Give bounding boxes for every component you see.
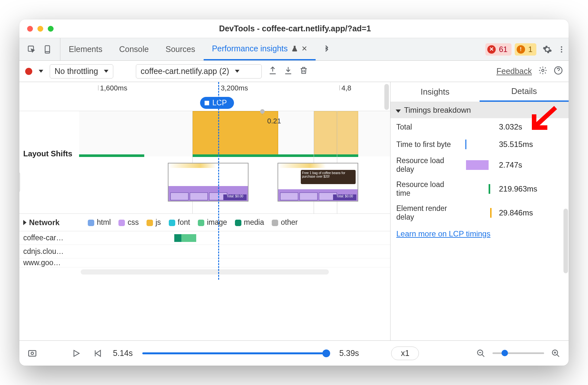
caret-down-icon bbox=[396, 106, 401, 115]
horizontal-scrollbar[interactable] bbox=[81, 269, 329, 275]
zoom-handle[interactable] bbox=[502, 350, 508, 356]
network-header[interactable]: Network bbox=[23, 218, 80, 227]
timing-label: Element render delay bbox=[396, 204, 460, 222]
settings-icon[interactable] bbox=[540, 45, 554, 54]
macos-titlebar: DevTools - coffee-cart.netlify.app/?ad=1 bbox=[19, 19, 569, 38]
page-select[interactable]: coffee-cart.netlify.app (2) bbox=[136, 64, 262, 78]
side-panel-body: Timings breakdown Total3.032sTime to fir… bbox=[390, 102, 569, 340]
inspect-element-icon[interactable] bbox=[26, 44, 37, 55]
cls-block[interactable] bbox=[192, 111, 278, 156]
cls-good-line bbox=[192, 154, 358, 157]
stop-icon bbox=[205, 101, 209, 105]
devtools-window: DevTools - coffee-cart.netlify.app/?ad=1… bbox=[19, 19, 569, 366]
help-icon[interactable] bbox=[554, 66, 563, 77]
import-icon[interactable] bbox=[284, 66, 293, 77]
tab-console[interactable]: Console bbox=[111, 38, 157, 60]
playhead[interactable] bbox=[218, 82, 219, 280]
svg-point-6 bbox=[542, 69, 544, 71]
network-label: Network bbox=[29, 218, 60, 227]
timing-bar bbox=[465, 160, 493, 171]
side-scrollbar[interactable] bbox=[563, 209, 568, 273]
timing-row: Time to first byte35.515ms bbox=[390, 136, 569, 153]
tab-label: Performance insights bbox=[212, 44, 288, 53]
tracks-scrollbar[interactable] bbox=[384, 84, 389, 110]
warning-count: 1 bbox=[528, 45, 532, 54]
minimize-window-button[interactable] bbox=[37, 26, 43, 32]
cls-good-line bbox=[79, 154, 144, 157]
caret-right-icon bbox=[23, 218, 26, 227]
screenshot-thumb[interactable]: Total: $0.00 bbox=[168, 163, 248, 202]
timing-label: Resource load delay bbox=[396, 156, 460, 174]
tab-sources[interactable]: Sources bbox=[157, 38, 204, 60]
layout-shifts-lane: Layout Shifts 0.21 Tota bbox=[19, 111, 390, 214]
network-row[interactable]: www.goo… bbox=[19, 258, 390, 267]
throttling-select[interactable]: No throttling bbox=[50, 64, 113, 78]
tab-elements[interactable]: Elements bbox=[60, 38, 111, 60]
network-host: coffee-car… bbox=[23, 234, 64, 242]
svg-rect-8 bbox=[29, 350, 36, 356]
network-row[interactable]: coffee-car… bbox=[19, 231, 390, 245]
zoom-in-button[interactable] bbox=[550, 348, 562, 359]
thumb-total: Total: $0.00 bbox=[223, 194, 247, 200]
feedback-link[interactable]: Feedback bbox=[496, 67, 532, 76]
learn-more-text: Learn more on LCP timings bbox=[396, 229, 491, 238]
more-options-icon[interactable] bbox=[554, 45, 569, 54]
timing-value: 219.963ms bbox=[499, 184, 537, 193]
record-button[interactable] bbox=[25, 68, 32, 75]
play-button[interactable] bbox=[70, 348, 82, 359]
device-toolbar-icon[interactable] bbox=[42, 44, 54, 55]
network-host: cdnjs.clou… bbox=[23, 247, 64, 256]
network-row[interactable]: cdnjs.clou… bbox=[19, 245, 390, 258]
time-tick: 4,8 bbox=[341, 84, 351, 92]
end-time: 5.39s bbox=[339, 349, 359, 358]
svg-point-5 bbox=[561, 51, 562, 52]
panel-tabs: Elements Console Sources Performance ins… bbox=[60, 38, 316, 60]
page-select-value: coffee-cart.netlify.app (2) bbox=[141, 67, 229, 76]
playback-speed[interactable]: x1 bbox=[391, 347, 419, 360]
legend-css: css bbox=[118, 218, 139, 227]
legend-html: html bbox=[88, 218, 111, 227]
side-tab-details[interactable]: Details bbox=[480, 82, 569, 102]
traffic-lights bbox=[19, 26, 54, 32]
timeline-ruler[interactable]: 1,600ms 3,200ms 4,8 LCP bbox=[19, 82, 390, 111]
cls-block[interactable] bbox=[314, 111, 337, 156]
close-tab-icon[interactable]: ✕ bbox=[301, 45, 307, 53]
more-tabs-button[interactable] bbox=[316, 46, 338, 53]
timing-value: 2.747s bbox=[499, 161, 522, 170]
thumb-promo: Free 1 bag of coffee beans for purchase … bbox=[301, 170, 356, 184]
toggle-side-panel-button[interactable]: › bbox=[19, 172, 20, 192]
cls-handle[interactable] bbox=[260, 109, 265, 114]
screenshot-thumb[interactable]: Free 1 bag of coffee beans for purchase … bbox=[278, 163, 358, 202]
preview-toggle-icon[interactable] bbox=[26, 348, 38, 359]
maximize-window-button[interactable] bbox=[48, 26, 54, 32]
time-slider[interactable] bbox=[142, 352, 329, 354]
zoom-slider[interactable] bbox=[492, 352, 544, 354]
error-icon: ✕ bbox=[487, 45, 496, 54]
tab-performance-insights[interactable]: Performance insights ✕ bbox=[204, 38, 316, 60]
panel-settings-icon[interactable] bbox=[538, 66, 547, 77]
side-tab-insights[interactable]: Insights bbox=[390, 82, 480, 102]
dropdown-icon bbox=[235, 70, 239, 73]
cls-block[interactable] bbox=[337, 111, 358, 156]
delete-icon[interactable] bbox=[299, 66, 308, 77]
learn-more-link[interactable]: Learn more on LCP timings bbox=[390, 225, 569, 243]
network-lane: Network html css js font image media oth… bbox=[19, 214, 390, 340]
lcp-label: LCP bbox=[212, 99, 227, 107]
tab-label: Console bbox=[119, 45, 149, 54]
side-panel-tabs: Insights Details bbox=[390, 82, 569, 102]
slider-handle[interactable] bbox=[322, 349, 330, 357]
close-window-button[interactable] bbox=[27, 26, 33, 32]
cls-value: 0.21 bbox=[267, 117, 281, 125]
export-icon[interactable] bbox=[268, 66, 277, 77]
timing-value: 29.846ms bbox=[499, 208, 533, 217]
svg-point-9 bbox=[31, 352, 34, 355]
lcp-marker[interactable]: LCP bbox=[200, 97, 234, 109]
timing-row: Element render delay29.846ms bbox=[390, 201, 569, 225]
record-options-dropdown[interactable] bbox=[39, 70, 43, 73]
errors-badge[interactable]: ✕61 bbox=[485, 43, 512, 56]
rewind-button[interactable] bbox=[92, 348, 103, 359]
zoom-out-button[interactable] bbox=[475, 348, 487, 359]
warnings-badge[interactable]: !1 bbox=[515, 43, 536, 56]
timing-bar bbox=[465, 183, 493, 194]
annotation-arrow-icon bbox=[530, 103, 559, 134]
